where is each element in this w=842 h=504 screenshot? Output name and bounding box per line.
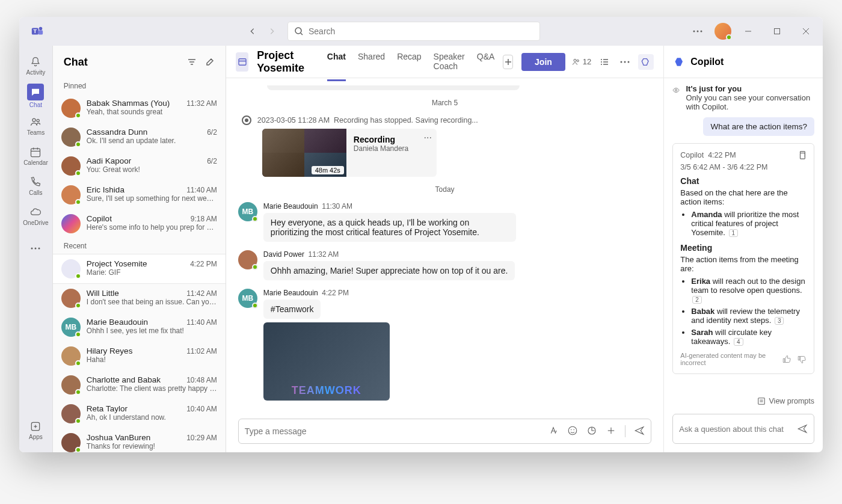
svg-point-7	[697, 31, 699, 32]
chat-list-item[interactable]: MB Marie Beaudouin11:40 AM Ohhh I see, y…	[53, 313, 226, 342]
chat-preview: Haha!	[87, 355, 217, 364]
chat-time: 10:40 AM	[186, 405, 217, 413]
svg-point-20	[35, 248, 37, 250]
svg-point-2	[39, 27, 43, 31]
copilot-badge-icon[interactable]	[638, 54, 654, 70]
rail-calls[interactable]: Calls	[20, 171, 51, 201]
chat-time: 11:40 AM	[186, 186, 217, 194]
join-button[interactable]: Join	[521, 53, 565, 71]
emoji-icon[interactable]	[567, 425, 578, 436]
message-composer[interactable]	[238, 419, 651, 444]
svg-text:T: T	[34, 28, 37, 34]
svg-point-33	[577, 60, 579, 61]
svg-point-34	[601, 59, 602, 60]
nav-forward-button[interactable]	[263, 23, 280, 40]
rail-chat[interactable]: Chat	[20, 81, 51, 111]
record-icon	[242, 115, 251, 125]
more-icon[interactable]	[618, 55, 632, 69]
svg-point-49	[675, 89, 677, 91]
participant-count[interactable]: 12	[571, 57, 591, 67]
chat-list-item[interactable]: Cassandra Dunn6/2 Ok. I'll send an updat…	[53, 123, 226, 152]
svg-point-13	[32, 118, 35, 121]
format-icon[interactable]	[548, 425, 559, 436]
minimize-button[interactable]	[736, 22, 760, 41]
view-prompts-button[interactable]: View prompts	[664, 392, 823, 410]
tab-speaker-coach[interactable]: Speaker Coach	[434, 46, 465, 81]
chat-name: Will Little	[87, 289, 119, 298]
chat-list-item[interactable]: Aadi Kapoor6/2 You: Great work!	[53, 152, 226, 180]
people-icon	[571, 57, 581, 67]
copilot-response-card: Copilot 4:22 PM 3/5 6:42 AM - 3/6 4:22 P…	[672, 143, 814, 374]
svg-point-45	[574, 429, 575, 431]
svg-point-41	[624, 61, 626, 63]
copilot-title: Copilot	[690, 57, 724, 67]
app-rail: Activity Chat Teams Calendar Calls OneDr…	[19, 46, 53, 452]
svg-point-21	[38, 248, 40, 250]
rail-onedrive[interactable]: OneDrive	[20, 201, 51, 231]
chat-list-item[interactable]: Will Little11:42 AM I don't see that bei…	[53, 284, 226, 313]
plus-icon[interactable]	[606, 425, 616, 436]
list-icon[interactable]	[597, 55, 612, 69]
copilot-panel: Copilot It's just for you Only you can s…	[664, 46, 823, 452]
chat-list-item[interactable]: Eric Ishida11:40 AM Sure, I'll set up so…	[53, 180, 226, 209]
copilot-input-field[interactable]	[679, 425, 797, 434]
composer-input[interactable]	[245, 426, 548, 436]
recording-card[interactable]: 48m 42s Recording Daniela Mandera ···	[262, 129, 437, 177]
chat-time: 9:18 AM	[191, 215, 217, 223]
user-avatar[interactable]	[714, 23, 731, 40]
tab-recap[interactable]: Recap	[397, 46, 421, 81]
copy-icon[interactable]	[798, 151, 807, 159]
calendar-icon	[29, 146, 41, 158]
svg-rect-50	[801, 153, 805, 159]
rail-calendar[interactable]: Calendar	[20, 141, 51, 171]
pinned-label: Pinned	[53, 78, 226, 94]
svg-rect-3	[38, 30, 43, 34]
search-input[interactable]	[287, 22, 540, 41]
message-bubble: Ohhh amazing, Marie! Super appreciate ho…	[263, 261, 515, 280]
add-tab-button[interactable]	[503, 55, 513, 69]
rail-apps[interactable]: Apps	[20, 415, 51, 445]
gif-attachment[interactable]: TEAMWORK	[263, 322, 390, 401]
compose-icon[interactable]	[205, 57, 215, 67]
recording-more-icon[interactable]: ···	[424, 132, 432, 143]
maximize-button[interactable]	[765, 22, 789, 41]
tab-q&a[interactable]: Q&A	[477, 46, 495, 81]
filter-icon[interactable]	[187, 57, 197, 67]
citation-badge[interactable]: 2	[692, 296, 702, 304]
chat-list-item[interactable]: Babak Shammas (You)11:32 AM Yeah, that s…	[53, 94, 226, 123]
rail-activity[interactable]: Activity	[20, 51, 51, 81]
chat-name: Eric Ishida	[87, 185, 124, 194]
chat-list-item[interactable]: Charlotte and Babak10:48 AM Charlotte: T…	[53, 370, 226, 399]
copilot-input[interactable]	[672, 414, 814, 444]
nav-back-button[interactable]	[244, 23, 261, 40]
chat-list-item[interactable]: Joshua VanBuren10:29 AM Thanks for revie…	[53, 428, 226, 452]
tab-chat[interactable]: Chat	[327, 46, 346, 81]
chat-name: Project Yosemite	[87, 259, 147, 268]
date-divider: Today	[238, 185, 651, 194]
rail-more[interactable]	[20, 233, 51, 263]
citation-badge[interactable]: 3	[775, 317, 784, 325]
send-icon[interactable]	[797, 423, 808, 434]
conversation-title: Project Yosemite	[257, 49, 315, 75]
chat-preview: Yeah, that sounds great	[87, 108, 217, 116]
thumbs-down-icon[interactable]	[797, 355, 807, 364]
action-item: Amanda will prioritize the most critical…	[691, 210, 807, 237]
close-button[interactable]	[794, 22, 818, 41]
chat-preview: Thanks for reviewing!	[87, 442, 217, 450]
rail-teams[interactable]: Teams	[20, 111, 51, 141]
chat-list-item[interactable]: Copilot9:18 AM Here's some info to help …	[53, 209, 226, 238]
chat-preview: Ok. I'll send an update later.	[87, 137, 217, 145]
more-button[interactable]	[686, 22, 710, 41]
tab-shared[interactable]: Shared	[358, 46, 385, 81]
thumbs-up-icon[interactable]	[782, 355, 791, 364]
search-icon	[294, 26, 304, 36]
search-field[interactable]	[309, 26, 533, 36]
citation-badge[interactable]: 4	[734, 338, 743, 346]
citation-badge[interactable]: 1	[729, 229, 739, 237]
chat-list-item[interactable]: Hilary Reyes11:02 AM Haha!	[53, 342, 226, 370]
chat-list-item[interactable]: Project Yosemite4:22 PM Marie: GIF	[53, 254, 226, 284]
chat-list-item[interactable]: Reta Taylor10:40 AM Ah, ok I understand …	[53, 399, 226, 428]
loop-icon[interactable]	[586, 425, 597, 436]
recent-label: Recent	[53, 238, 226, 254]
send-icon[interactable]	[634, 425, 645, 436]
